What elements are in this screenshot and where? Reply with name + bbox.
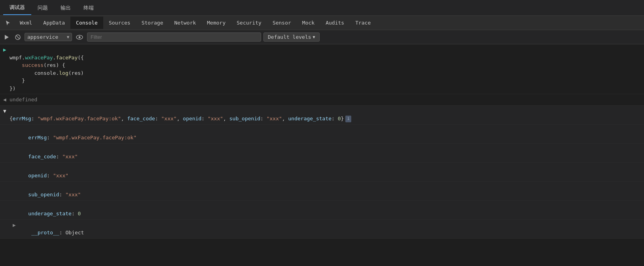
- svg-marker-0: [5, 35, 9, 40]
- levels-chevron-icon: ▼: [313, 35, 315, 39]
- clear-button[interactable]: [13, 33, 22, 42]
- prop-subopenid: sub_openid: "xxx": [16, 183, 81, 199]
- cursor-icon: [5, 20, 11, 26]
- console-input-line: ▶ wmpf.wxFacePay.facePay({ success(res) …: [0, 44, 644, 94]
- tab-storage[interactable]: Storage: [136, 17, 169, 29]
- tab-output[interactable]: 输出: [54, 1, 77, 15]
- filter-input[interactable]: [87, 32, 261, 42]
- prop-errmsg: errMsg: "wmpf.wxFacePay.facePay:ok": [16, 126, 136, 142]
- log-levels-dropdown[interactable]: Default levels ▼: [263, 32, 320, 42]
- tab-terminal[interactable]: 终端: [77, 1, 100, 15]
- result-undefined: undefined: [9, 96, 37, 104]
- result-undefined-line: ◀ undefined: [0, 94, 644, 106]
- code-block: wmpf.wxFacePay.facePay({ success(res) { …: [9, 46, 84, 92]
- tab-audits[interactable]: Audits: [320, 17, 350, 29]
- tab-debugger[interactable]: 调试器: [3, 1, 31, 15]
- block-icon: [15, 34, 21, 40]
- prop-openid: openid: "xxx": [16, 164, 68, 180]
- tab-sensor[interactable]: Sensor: [267, 17, 297, 29]
- tab-sources[interactable]: Sources: [103, 17, 136, 29]
- chevron-down-icon: ▼: [67, 35, 69, 39]
- object-header-line: ▼ {errMsg: "wmpf.wxFacePay.facePay:ok", …: [0, 106, 644, 125]
- tab-console[interactable]: Console: [70, 17, 103, 29]
- prop-underage-line: underage_state: 0: [0, 201, 644, 220]
- tab-issues[interactable]: 问题: [31, 1, 54, 15]
- expand-arrow[interactable]: ▶: [3, 46, 9, 54]
- top-tab-bar: 调试器 问题 输出 终端: [0, 0, 644, 16]
- prop-proto: __proto__: Object: [19, 221, 84, 237]
- prop-facecode: face_code: "xxx": [16, 145, 78, 161]
- tab-memory[interactable]: Memory: [201, 17, 231, 29]
- prop-facecode-line: face_code: "xxx": [0, 144, 644, 163]
- service-selector[interactable]: appservice ▼: [25, 33, 72, 41]
- tab-mock[interactable]: Mock: [297, 17, 320, 29]
- eye-icon: [76, 35, 83, 40]
- object-summary: {errMsg: "wmpf.wxFacePay.facePay:ok", fa…: [9, 107, 351, 123]
- prop-proto-line: ▶ __proto__: Object: [0, 220, 644, 239]
- prop-errmsg-line: errMsg: "wmpf.wxFacePay.facePay:ok": [0, 125, 644, 144]
- svg-line-2: [16, 36, 19, 39]
- cursor-tool[interactable]: [2, 16, 14, 30]
- prop-openid-line: openid: "xxx": [0, 163, 644, 182]
- run-button[interactable]: [2, 33, 11, 42]
- console-toolbar: appservice ▼ Default levels ▼: [0, 30, 644, 44]
- svg-point-4: [79, 36, 81, 38]
- tab-appdata[interactable]: AppData: [38, 17, 70, 29]
- devtools-tab-bar: Wxml AppData Console Sources Storage Net…: [0, 16, 644, 30]
- result-arrow: ◀: [3, 96, 9, 104]
- play-icon: [4, 34, 9, 40]
- eye-button[interactable]: [74, 33, 85, 42]
- tab-trace[interactable]: Trace: [350, 17, 376, 29]
- tab-wxml[interactable]: Wxml: [14, 17, 38, 29]
- proto-expand-arrow[interactable]: ▶: [13, 221, 19, 229]
- object-collapse-arrow[interactable]: ▼: [3, 107, 9, 115]
- tab-security[interactable]: Security: [231, 17, 267, 29]
- console-main-area: ▶ wmpf.wxFacePay.facePay({ success(res) …: [0, 44, 644, 266]
- console-output: ▶ wmpf.wxFacePay.facePay({ success(res) …: [0, 44, 644, 266]
- tab-network[interactable]: Network: [169, 17, 202, 29]
- prop-underage: underage_state: 0: [16, 202, 81, 218]
- object-badge: i: [345, 116, 351, 122]
- prop-subopenid-line: sub_openid: "xxx": [0, 182, 644, 201]
